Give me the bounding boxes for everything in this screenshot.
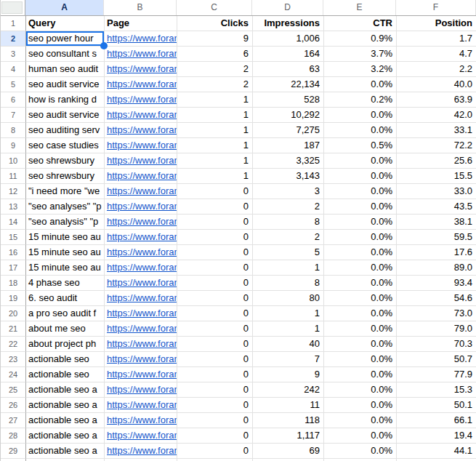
row-header-11[interactable]: 11 — [1, 169, 26, 184]
page-link[interactable]: https://www.foran — [105, 444, 177, 459]
cell-ctr[interactable]: 0.0% — [324, 184, 397, 199]
row-header-15[interactable]: 15 — [1, 230, 26, 245]
cell-query[interactable]: "i need more "we — [26, 184, 105, 199]
cell-clicks[interactable]: 0 — [177, 398, 253, 413]
cell-ctr[interactable]: 0.0% — [324, 215, 397, 230]
cell-impressions[interactable]: 164 — [253, 47, 324, 62]
cell-ctr[interactable]: 0.0% — [324, 444, 397, 459]
cell-position[interactable]: 33.0 — [397, 184, 476, 199]
cell-impressions[interactable]: 80 — [253, 291, 324, 306]
cell-clicks[interactable]: 0 — [177, 337, 253, 352]
cell-clicks[interactable]: 2 — [177, 62, 253, 77]
cell-query[interactable]: seo case studies — [26, 138, 105, 153]
cell-query[interactable]: actionable seo a — [26, 428, 105, 444]
column-header-b[interactable]: B — [104, 0, 177, 15]
cell-ctr[interactable]: 0.0% — [324, 245, 397, 260]
row-header-1[interactable]: 1 — [1, 16, 26, 31]
cell-clicks[interactable]: 0 — [177, 444, 253, 459]
cell-query[interactable]: about me seo — [26, 321, 105, 337]
cell-position[interactable]: 70.3 — [397, 337, 476, 352]
cell-impressions[interactable]: 1,006 — [253, 31, 324, 47]
cell-ctr[interactable]: 0.0% — [324, 428, 397, 444]
cell-impressions[interactable]: 8 — [253, 276, 324, 291]
cell-clicks[interactable]: 0 — [177, 367, 253, 382]
row-header-29[interactable]: 29 — [1, 444, 26, 459]
cell-position[interactable]: 89.0 — [397, 260, 476, 276]
page-link[interactable]: https://www.foran — [105, 184, 177, 199]
row-header-10[interactable]: 10 — [1, 153, 26, 169]
cell-ctr[interactable]: 0.5% — [324, 138, 397, 153]
cell-ctr[interactable]: 0.0% — [324, 306, 397, 321]
cell-ctr[interactable]: 0.0% — [324, 77, 397, 92]
cell-query[interactable]: actionable seo a — [26, 382, 105, 398]
header-cell-page[interactable]: Page — [105, 16, 177, 31]
cell-clicks[interactable]: 1 — [177, 138, 253, 153]
page-link[interactable]: https://www.foran — [105, 413, 177, 428]
cell-impressions[interactable]: 2 — [253, 199, 324, 215]
cell-position[interactable]: 4.7 — [397, 47, 476, 62]
cell-impressions[interactable]: 22,134 — [253, 77, 324, 92]
header-cell-query[interactable]: Query — [26, 16, 105, 31]
cell-position[interactable]: 15.5 — [397, 169, 476, 184]
cell-clicks[interactable]: 2 — [177, 77, 253, 92]
cell-clicks[interactable]: 1 — [177, 153, 253, 169]
row-header-22[interactable]: 22 — [1, 337, 26, 352]
row-header-24[interactable]: 24 — [1, 367, 26, 382]
page-link[interactable]: https://www.foran — [105, 169, 177, 184]
column-header-d[interactable]: D — [252, 0, 323, 15]
cell-clicks[interactable]: 0 — [177, 352, 253, 367]
page-link[interactable]: https://www.foran — [105, 47, 177, 62]
cell-ctr[interactable]: 0.0% — [324, 276, 397, 291]
row-header-5[interactable]: 5 — [1, 77, 26, 92]
cell-position[interactable]: 63.9 — [397, 92, 476, 108]
cell-impressions[interactable]: 118 — [253, 413, 324, 428]
row-header-9[interactable]: 9 — [1, 138, 26, 153]
row-header-26[interactable]: 26 — [1, 398, 26, 413]
cell-impressions[interactable]: 69 — [253, 444, 324, 459]
cell-clicks[interactable]: 1 — [177, 92, 253, 108]
cell-query[interactable]: actionable seo a — [26, 444, 105, 459]
cell-position[interactable]: 50.1 — [397, 398, 476, 413]
cell-impressions[interactable]: 1 — [253, 260, 324, 276]
cell-position[interactable]: 50.7 — [397, 352, 476, 367]
row-header-20[interactable]: 20 — [1, 306, 26, 321]
row-header-27[interactable]: 27 — [1, 413, 26, 428]
page-link[interactable]: https://www.foran — [105, 108, 177, 123]
cell-position[interactable]: 33.1 — [397, 123, 476, 138]
row-header-16[interactable]: 16 — [1, 245, 26, 260]
cell-clicks[interactable]: 0 — [177, 428, 253, 444]
cell-query[interactable]: seo audit service — [26, 77, 105, 92]
row-header-7[interactable]: 7 — [1, 108, 26, 123]
cell-query[interactable]: seo shrewsbury — [26, 169, 105, 184]
selection-handle[interactable] — [100, 42, 108, 49]
page-link[interactable]: https://www.foran — [105, 77, 177, 92]
page-link[interactable]: https://www.foran — [105, 352, 177, 367]
cell-impressions[interactable]: 528 — [253, 92, 324, 108]
page-link[interactable]: https://www.foran — [105, 123, 177, 138]
page-link[interactable]: https://www.foran — [105, 291, 177, 306]
cell-ctr[interactable]: 0.0% — [324, 337, 397, 352]
page-link[interactable]: https://www.foran — [105, 199, 177, 215]
page-link[interactable]: https://www.foran — [105, 337, 177, 352]
cell-position[interactable]: 72.2 — [397, 138, 476, 153]
cell-ctr[interactable]: 0.0% — [324, 398, 397, 413]
cell-position[interactable]: 66.1 — [397, 413, 476, 428]
row-header-21[interactable]: 21 — [1, 321, 26, 337]
cell-position[interactable]: 93.4 — [397, 276, 476, 291]
cell-clicks[interactable]: 0 — [177, 199, 253, 215]
page-link[interactable]: https://www.foran — [105, 276, 177, 291]
cell-query[interactable]: how is ranking d — [26, 92, 105, 108]
page-link[interactable]: https://www.foran — [105, 31, 177, 47]
cell-impressions[interactable]: 7 — [253, 352, 324, 367]
cell-position[interactable]: 79.0 — [397, 321, 476, 337]
cell-clicks[interactable]: 0 — [177, 321, 253, 337]
page-link[interactable]: https://www.foran — [105, 230, 177, 245]
cell-ctr[interactable]: 0.0% — [324, 230, 397, 245]
cell-clicks[interactable]: 6 — [177, 47, 253, 62]
cell-ctr[interactable]: 0.0% — [324, 382, 397, 398]
row-header-28[interactable]: 28 — [1, 428, 26, 444]
cell-ctr[interactable]: 3.7% — [324, 47, 397, 62]
cell-clicks[interactable]: 0 — [177, 184, 253, 199]
page-link[interactable]: https://www.foran — [105, 306, 177, 321]
cell-ctr[interactable]: 0.0% — [324, 169, 397, 184]
